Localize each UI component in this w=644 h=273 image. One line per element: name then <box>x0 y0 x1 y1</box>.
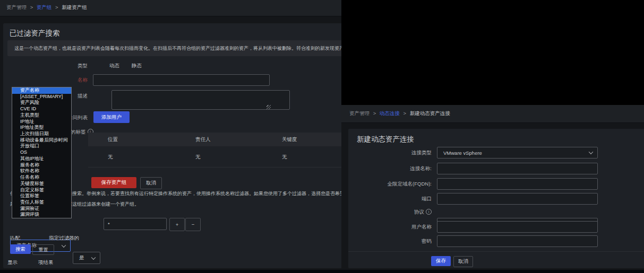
breadcrumb-item-current: 新建资产组 <box>62 4 87 10</box>
type-radio-dynamic-label[interactable]: 动态 <box>109 63 119 69</box>
breadcrumb-separator: > <box>403 110 406 116</box>
chevron-down-icon <box>62 243 66 247</box>
dynamic-group-description: 这是一个动态资产组，也就是说资产列表会随着每次扫描而变化。在扫描后不再符合组的资… <box>14 45 341 52</box>
match-prefix-label: 匹配 <box>10 235 20 242</box>
breadcrumb-separator: > <box>30 4 33 10</box>
fqdn-input[interactable] <box>437 178 598 190</box>
dropdown-option[interactable]: 资产名称 <box>12 87 71 94</box>
breadcrumb-bar: 资产管理 > 动态连接 > 新建动态资产连接 <box>341 105 644 123</box>
textarea-resize-grip[interactable] <box>267 105 271 109</box>
table-cell-owner: 无 <box>195 154 201 161</box>
dynamic-group-description-box: 这是一个动态资产组，也就是说资产列表会随着每次扫描而变化。在扫描后不再符合组的资… <box>7 40 341 56</box>
table-cell-location: 无 <box>108 154 113 161</box>
save-asset-group-button[interactable]: 保存资产组 <box>91 177 136 188</box>
connection-name-label: 连接名称: <box>368 165 432 172</box>
breadcrumb-separator: > <box>55 4 58 10</box>
fqdn-label: 全限定域名(FQDN): <box>368 181 432 188</box>
dropdown-option[interactable]: 上次扫描日期 <box>12 131 71 137</box>
breadcrumb: 资产管理 > 资产组 > 新建资产组 <box>6 4 87 11</box>
table-cell-criticality: 无 <box>282 154 287 161</box>
results-suffix-label: 项结果 <box>38 259 54 266</box>
asset-group-window: 资产管理 > 资产组 > 新建资产组 已过滤资产搜索 这是一个动态资产组，也就是… <box>0 0 341 273</box>
breadcrumb-item-current: 新建动态资产连接 <box>410 110 450 116</box>
add-filter-button[interactable]: + <box>169 218 185 231</box>
remove-filter-button[interactable]: − <box>185 218 201 231</box>
password-label: 密码 <box>368 238 432 245</box>
column-header-owner: 责任人 <box>195 136 211 143</box>
protocol-label: 协议 <box>368 209 432 216</box>
search-button[interactable]: 搜索 <box>10 244 31 254</box>
reset-button[interactable]: 重置 <box>32 244 54 255</box>
column-header-location: 位置 <box>108 136 118 143</box>
add-user-button[interactable]: 添加用户 <box>93 111 130 123</box>
info-icon <box>426 209 432 215</box>
dropdown-option[interactable]: 关键度标签 <box>12 181 71 187</box>
table-header-row <box>88 133 341 146</box>
dropdown-option[interactable]: IP地址 <box>12 119 71 125</box>
new-dynamic-connection-panel: 新建动态资产连接 连接类型 VMware vSphere 连接名称: 全限定域名… <box>348 129 644 268</box>
dropdown-option[interactable]: 移动设备最后同步时间 <box>12 137 71 144</box>
dropdown-option[interactable]: OS <box>12 149 71 156</box>
chevron-down-icon <box>91 255 96 259</box>
save-button[interactable]: 保存 <box>431 256 451 266</box>
page-title: 已过滤资产搜索 <box>10 29 60 38</box>
dropdown-option[interactable]: [ASSET_PRIMARY] <box>12 94 71 100</box>
dropdown-option[interactable]: CVE ID <box>12 106 71 112</box>
username-input[interactable] <box>437 221 598 233</box>
port-input[interactable] <box>437 193 598 205</box>
dropdown-option[interactable]: IP地址类型 <box>12 125 71 131</box>
breadcrumb: 资产管理 > 动态连接 > 新建动态资产连接 <box>349 110 450 117</box>
dropdown-option[interactable]: 其他IP地址 <box>12 156 71 162</box>
connection-name-input[interactable] <box>437 163 598 174</box>
dropdown-option[interactable]: 位置标签 <box>12 193 71 199</box>
dropdown-option[interactable]: 服务名称 <box>12 162 71 169</box>
dropdown-option[interactable]: 任务名称 <box>12 174 71 181</box>
port-label: 端口 <box>368 196 432 202</box>
dropdown-option[interactable]: 开放端口 <box>12 143 71 149</box>
filter-value-input[interactable] <box>104 218 167 230</box>
breadcrumb-item-asset-management[interactable]: 资产管理 <box>6 4 27 10</box>
breadcrumb-item-dynamic-connections[interactable]: 动态连接 <box>380 110 400 116</box>
chevron-down-icon <box>589 150 593 154</box>
password-input[interactable] <box>437 235 598 247</box>
bottom-strip <box>0 270 644 273</box>
results-prefix-label: 显示 <box>7 259 18 266</box>
connection-type-label: 连接类型 <box>368 149 432 156</box>
table-divider <box>88 167 341 168</box>
username-label: 用户名称 <box>368 224 432 231</box>
page-title: 新建动态资产连接 <box>357 135 414 144</box>
dropdown-option[interactable]: 软件名称 <box>12 168 71 174</box>
description-textarea[interactable] <box>111 90 290 110</box>
filter-field-dropdown-list: 资产名称 [ASSET_PRIMARY] 资产风险 CVE ID 主机类型 IP… <box>12 87 72 218</box>
match-suffix-label: 指定过滤器的 <box>49 235 79 242</box>
dropdown-option[interactable]: 主机类型 <box>12 112 71 119</box>
dropdown-option[interactable]: 资产风险 <box>12 100 71 106</box>
dropdown-option[interactable]: 漏洞评级 <box>12 212 71 218</box>
breadcrumb-bar: 资产管理 > 资产组 > 新建资产组 <box>0 0 341 16</box>
dropdown-option[interactable]: 责任人标签 <box>12 199 71 206</box>
footer-divider <box>348 251 644 252</box>
breadcrumb-item-asset-management[interactable]: 资产管理 <box>349 110 370 116</box>
breadcrumb-separator: > <box>373 110 376 116</box>
type-radio-static-label[interactable]: 静态 <box>132 63 142 69</box>
cancel-button[interactable]: 取消 <box>453 256 473 267</box>
name-input[interactable] <box>93 74 270 86</box>
filter-operator-select[interactable]: 是 <box>73 252 100 264</box>
blank-black-region <box>341 0 644 105</box>
name-label: 名称 <box>53 77 88 84</box>
cancel-button[interactable]: 取消 <box>140 177 162 189</box>
dynamic-connection-window: 资产管理 > 动态连接 > 新建动态资产连接 新建动态资产连接 连接类型 VMw… <box>341 0 644 273</box>
dropdown-option[interactable]: 自定义标签 <box>12 187 71 193</box>
connection-type-select[interactable]: VMware vSphere <box>437 147 598 158</box>
dropdown-option[interactable]: 漏洞验证 <box>12 206 71 212</box>
breadcrumb-item-asset-groups[interactable]: 资产组 <box>37 4 52 10</box>
column-header-criticality: 关键度 <box>282 136 297 143</box>
type-label: 类型 <box>53 63 88 69</box>
